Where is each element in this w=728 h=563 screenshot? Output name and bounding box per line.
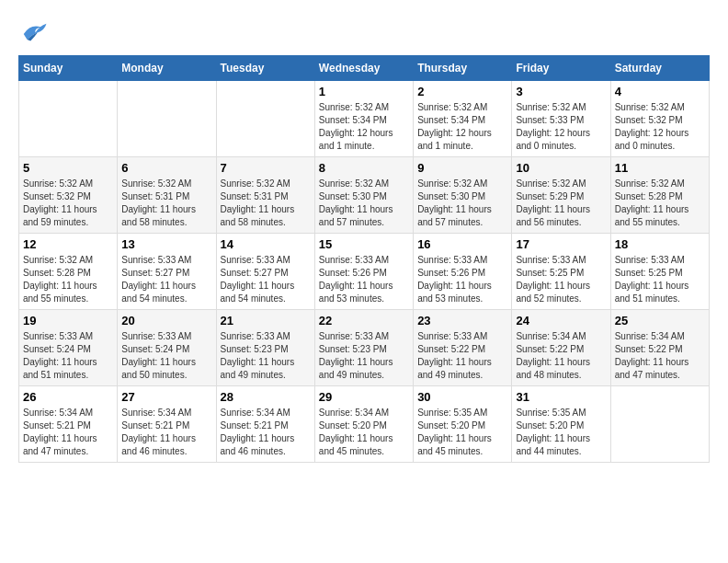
- day-number: 17: [516, 237, 606, 251]
- day-number: 6: [121, 161, 211, 175]
- day-number: 7: [221, 161, 311, 175]
- day-detail: Sunrise: 5:33 AMSunset: 5:25 PMDaylight:…: [615, 254, 705, 305]
- weekday-header-saturday: Saturday: [610, 56, 709, 81]
- day-number: 12: [23, 237, 113, 251]
- day-detail: Sunrise: 5:34 AMSunset: 5:22 PMDaylight:…: [615, 330, 705, 382]
- calendar-cell: 28Sunrise: 5:34 AMSunset: 5:21 PMDayligh…: [216, 386, 314, 463]
- day-detail: Sunrise: 5:32 AMSunset: 5:31 PMDaylight:…: [121, 178, 211, 229]
- day-detail: Sunrise: 5:34 AMSunset: 5:21 PMDaylight:…: [23, 407, 113, 458]
- page-header: [18, 18, 710, 46]
- day-number: 19: [23, 314, 113, 327]
- calendar-cell: 11Sunrise: 5:32 AMSunset: 5:28 PMDayligh…: [610, 157, 709, 234]
- calendar-cell: 15Sunrise: 5:33 AMSunset: 5:26 PMDayligh…: [314, 234, 413, 310]
- weekday-header-monday: Monday: [118, 56, 216, 81]
- day-number: 25: [615, 314, 705, 327]
- calendar-cell: 29Sunrise: 5:34 AMSunset: 5:20 PMDayligh…: [314, 386, 413, 463]
- weekday-row: SundayMondayTuesdayWednesdayThursdayFrid…: [19, 56, 710, 81]
- calendar-cell: 30Sunrise: 5:35 AMSunset: 5:20 PMDayligh…: [414, 386, 512, 463]
- day-detail: Sunrise: 5:34 AMSunset: 5:20 PMDaylight:…: [319, 407, 409, 458]
- day-detail: Sunrise: 5:33 AMSunset: 5:26 PMDaylight:…: [417, 254, 507, 305]
- day-number: 13: [121, 237, 211, 251]
- calendar-cell: 18Sunrise: 5:33 AMSunset: 5:25 PMDayligh…: [610, 234, 709, 310]
- calendar-week-row: 12Sunrise: 5:32 AMSunset: 5:28 PMDayligh…: [19, 234, 710, 310]
- day-detail: Sunrise: 5:32 AMSunset: 5:34 PMDaylight:…: [417, 101, 507, 153]
- day-number: 23: [417, 314, 507, 327]
- day-detail: Sunrise: 5:35 AMSunset: 5:20 PMDaylight:…: [516, 407, 606, 458]
- calendar-cell: 9Sunrise: 5:32 AMSunset: 5:30 PMDaylight…: [414, 157, 512, 234]
- day-number: 15: [319, 237, 409, 251]
- calendar-cell: 3Sunrise: 5:32 AMSunset: 5:33 PMDaylight…: [512, 81, 610, 157]
- calendar-cell: 25Sunrise: 5:34 AMSunset: 5:22 PMDayligh…: [610, 310, 709, 386]
- calendar-cell: 31Sunrise: 5:35 AMSunset: 5:20 PMDayligh…: [512, 386, 610, 463]
- day-detail: Sunrise: 5:35 AMSunset: 5:20 PMDaylight:…: [417, 407, 507, 458]
- day-detail: Sunrise: 5:32 AMSunset: 5:30 PMDaylight:…: [417, 178, 507, 229]
- calendar-cell: 17Sunrise: 5:33 AMSunset: 5:25 PMDayligh…: [512, 234, 610, 310]
- calendar-table: SundayMondayTuesdayWednesdayThursdayFrid…: [18, 55, 710, 463]
- calendar-cell: 13Sunrise: 5:33 AMSunset: 5:27 PMDayligh…: [118, 234, 216, 310]
- calendar-cell: 10Sunrise: 5:32 AMSunset: 5:29 PMDayligh…: [512, 157, 610, 234]
- day-number: 21: [221, 314, 311, 327]
- day-detail: Sunrise: 5:32 AMSunset: 5:28 PMDaylight:…: [615, 178, 705, 229]
- day-detail: Sunrise: 5:34 AMSunset: 5:21 PMDaylight:…: [121, 407, 211, 458]
- day-number: 18: [615, 237, 705, 251]
- calendar-cell: 16Sunrise: 5:33 AMSunset: 5:26 PMDayligh…: [414, 234, 512, 310]
- calendar-cell: [118, 81, 216, 157]
- weekday-header-tuesday: Tuesday: [216, 56, 314, 81]
- day-detail: Sunrise: 5:32 AMSunset: 5:30 PMDaylight:…: [319, 178, 409, 229]
- day-detail: Sunrise: 5:34 AMSunset: 5:21 PMDaylight:…: [221, 407, 311, 458]
- calendar-cell: 2Sunrise: 5:32 AMSunset: 5:34 PMDaylight…: [414, 81, 512, 157]
- calendar-cell: 23Sunrise: 5:33 AMSunset: 5:22 PMDayligh…: [414, 310, 512, 386]
- logo: [18, 18, 48, 46]
- calendar-week-row: 5Sunrise: 5:32 AMSunset: 5:32 PMDaylight…: [19, 157, 710, 234]
- calendar-cell: 12Sunrise: 5:32 AMSunset: 5:28 PMDayligh…: [19, 234, 118, 310]
- calendar-cell: [19, 81, 118, 157]
- day-number: 8: [319, 161, 409, 175]
- calendar-week-row: 26Sunrise: 5:34 AMSunset: 5:21 PMDayligh…: [19, 386, 710, 463]
- calendar-week-row: 1Sunrise: 5:32 AMSunset: 5:34 PMDaylight…: [19, 81, 710, 157]
- day-number: 4: [615, 85, 705, 98]
- day-detail: Sunrise: 5:34 AMSunset: 5:22 PMDaylight:…: [516, 330, 606, 382]
- day-number: 1: [319, 85, 409, 98]
- day-detail: Sunrise: 5:33 AMSunset: 5:22 PMDaylight:…: [417, 330, 507, 382]
- day-number: 24: [516, 314, 606, 327]
- logo-bird-icon: [20, 18, 48, 46]
- calendar-cell: 14Sunrise: 5:33 AMSunset: 5:27 PMDayligh…: [216, 234, 314, 310]
- day-detail: Sunrise: 5:33 AMSunset: 5:27 PMDaylight:…: [121, 254, 211, 305]
- day-number: 22: [319, 314, 409, 327]
- day-number: 26: [23, 390, 113, 404]
- day-detail: Sunrise: 5:32 AMSunset: 5:32 PMDaylight:…: [615, 101, 705, 153]
- day-number: 2: [417, 85, 507, 98]
- calendar-cell: 19Sunrise: 5:33 AMSunset: 5:24 PMDayligh…: [19, 310, 118, 386]
- day-detail: Sunrise: 5:33 AMSunset: 5:23 PMDaylight:…: [221, 330, 311, 382]
- calendar-cell: 6Sunrise: 5:32 AMSunset: 5:31 PMDaylight…: [118, 157, 216, 234]
- calendar-cell: [216, 81, 314, 157]
- day-number: 3: [516, 85, 606, 98]
- calendar-cell: 5Sunrise: 5:32 AMSunset: 5:32 PMDaylight…: [19, 157, 118, 234]
- calendar-week-row: 19Sunrise: 5:33 AMSunset: 5:24 PMDayligh…: [19, 310, 710, 386]
- day-number: 10: [516, 161, 606, 175]
- day-detail: Sunrise: 5:33 AMSunset: 5:23 PMDaylight:…: [319, 330, 409, 382]
- calendar-cell: 20Sunrise: 5:33 AMSunset: 5:24 PMDayligh…: [118, 310, 216, 386]
- weekday-header-wednesday: Wednesday: [314, 56, 413, 81]
- calendar-cell: 26Sunrise: 5:34 AMSunset: 5:21 PMDayligh…: [19, 386, 118, 463]
- day-detail: Sunrise: 5:32 AMSunset: 5:34 PMDaylight:…: [319, 101, 409, 153]
- calendar-cell: 1Sunrise: 5:32 AMSunset: 5:34 PMDaylight…: [314, 81, 413, 157]
- day-detail: Sunrise: 5:33 AMSunset: 5:24 PMDaylight:…: [23, 330, 113, 382]
- day-number: 27: [121, 390, 211, 404]
- day-detail: Sunrise: 5:32 AMSunset: 5:28 PMDaylight:…: [23, 254, 113, 305]
- day-number: 20: [121, 314, 211, 327]
- day-detail: Sunrise: 5:32 AMSunset: 5:33 PMDaylight:…: [516, 101, 606, 153]
- day-number: 31: [516, 390, 606, 404]
- day-number: 11: [615, 161, 705, 175]
- day-detail: Sunrise: 5:32 AMSunset: 5:31 PMDaylight:…: [221, 178, 311, 229]
- calendar-body: 1Sunrise: 5:32 AMSunset: 5:34 PMDaylight…: [19, 81, 710, 463]
- day-detail: Sunrise: 5:33 AMSunset: 5:27 PMDaylight:…: [221, 254, 311, 305]
- calendar-cell: 21Sunrise: 5:33 AMSunset: 5:23 PMDayligh…: [216, 310, 314, 386]
- calendar-cell: 4Sunrise: 5:32 AMSunset: 5:32 PMDaylight…: [610, 81, 709, 157]
- day-number: 9: [417, 161, 507, 175]
- calendar-cell: 22Sunrise: 5:33 AMSunset: 5:23 PMDayligh…: [314, 310, 413, 386]
- calendar-cell: 27Sunrise: 5:34 AMSunset: 5:21 PMDayligh…: [118, 386, 216, 463]
- day-detail: Sunrise: 5:32 AMSunset: 5:32 PMDaylight:…: [23, 178, 113, 229]
- day-number: 30: [417, 390, 507, 404]
- weekday-header-sunday: Sunday: [19, 56, 118, 81]
